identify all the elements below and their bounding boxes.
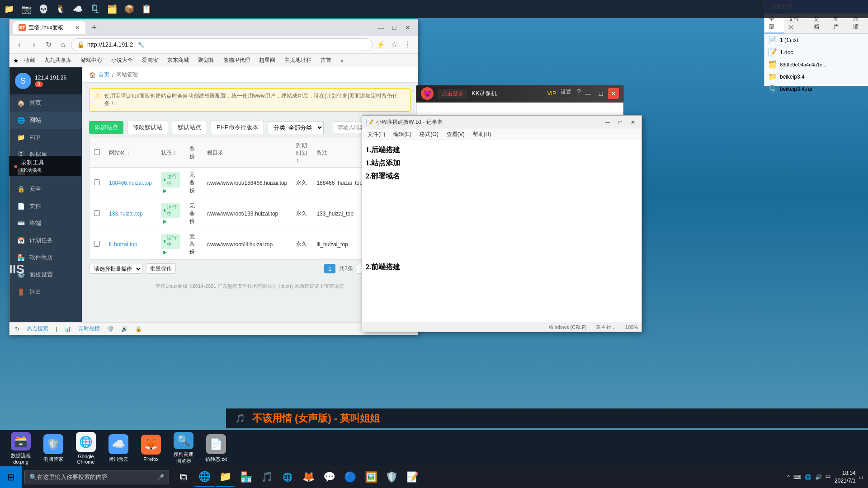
- status-hot-search[interactable]: 热点搜索: [27, 325, 48, 333]
- notepad-menu-format[interactable]: 格式(O): [416, 130, 442, 139]
- taskbar-app-explorer[interactable]: 📁: [215, 467, 235, 487]
- taskbar-app-store[interactable]: 🏪: [236, 467, 256, 487]
- notepad-menu-view[interactable]: 查看(V): [443, 130, 468, 139]
- taskbar-app-weixin[interactable]: 💬: [319, 467, 339, 487]
- top-app-zip[interactable]: 🗜️: [88, 2, 102, 16]
- taskbar-app-security2[interactable]: 🛡️: [382, 467, 401, 487]
- dock-app-sougou[interactable]: 🔍 搜狗高速浏览器: [167, 432, 200, 465]
- file-item-2[interactable]: 📝 1.doc: [764, 46, 868, 58]
- kk-close-btn[interactable]: ✕: [608, 88, 619, 99]
- sidebar-item-logout[interactable]: 🚪 退出: [9, 283, 82, 300]
- default-site-button[interactable]: 默认站点: [172, 121, 207, 134]
- browser-tab-active[interactable]: BT 宝塔Linux面板 ✕: [13, 21, 85, 34]
- taskbar-app-ie[interactable]: 🔵: [340, 467, 360, 487]
- bookmark-chaoxing[interactable]: 超星网: [255, 56, 279, 65]
- status-live-hot[interactable]: 实时热榜: [78, 325, 100, 333]
- bookmark-homepage[interactable]: 主页地址栏: [281, 56, 315, 65]
- taskbar-app-chrome2[interactable]: 🌐: [278, 467, 297, 487]
- top-app-photo[interactable]: 📷: [19, 2, 33, 16]
- browser-star-btn[interactable]: ☆: [388, 38, 401, 51]
- category-select[interactable]: 分类: 全部分类: [268, 121, 324, 134]
- taskbar-app-edge[interactable]: 🌐: [194, 467, 214, 487]
- dock-app-chrome[interactable]: 🌐 GoogleChrome: [70, 432, 102, 465]
- kk-login-btn[interactable]: 点击登录: [438, 89, 467, 99]
- new-tab-button[interactable]: +: [92, 23, 97, 33]
- browser-minimize-btn[interactable]: —: [374, 21, 387, 34]
- browser-close-btn[interactable]: ✕: [401, 21, 414, 34]
- bookmark-jishou[interactable]: 吉首: [317, 56, 335, 65]
- taskbar-search[interactable]: 🔍 在这里输入你要搜索的内容 🎤: [24, 470, 169, 484]
- file-item-1[interactable]: 📄 1 (1).txt: [764, 34, 868, 46]
- top-app-skull[interactable]: 💀: [36, 2, 51, 16]
- modify-default-button[interactable]: 修改默认站: [127, 121, 168, 134]
- browser-forward-btn[interactable]: ›: [28, 38, 40, 51]
- batch-execute-btn[interactable]: 批量操作: [146, 263, 176, 274]
- top-app-files[interactable]: 🗂️: [105, 2, 119, 16]
- sidebar-item-security[interactable]: 🔒 安全: [9, 180, 82, 197]
- browser-home-btn[interactable]: ⌂: [57, 38, 69, 51]
- top-app-folder[interactable]: 📁: [2, 2, 16, 16]
- dock-app-jingji[interactable]: 📄 仿静态.txt: [200, 432, 232, 465]
- tray-expand-icon[interactable]: ^: [787, 474, 790, 480]
- file-item-4[interactable]: 📁 beikeip3.4: [764, 70, 868, 83]
- top-app-cloud[interactable]: ☁️: [71, 2, 85, 16]
- kk-settings-label[interactable]: 设置: [561, 88, 571, 99]
- taskbar-app-spotify[interactable]: 🎵: [257, 467, 277, 487]
- batch-select[interactable]: 请选择批量操作: [89, 264, 142, 274]
- kk-maximize-btn[interactable]: □: [595, 88, 606, 99]
- dock-app-pcmanager[interactable]: 🛡️ 电脑管家: [37, 432, 70, 465]
- notepad-menu-help[interactable]: 帮助(H): [469, 130, 495, 139]
- browser-back-btn[interactable]: ‹: [13, 38, 26, 51]
- dock-app-datapng[interactable]: 🗃️ 数据流程do.png: [5, 432, 37, 465]
- bookmark-juhua[interactable]: 聚划算: [194, 56, 218, 65]
- browser-address-bar[interactable]: 🔒 http://121.4.191.2 🔧: [71, 38, 373, 51]
- top-app-zip2[interactable]: 📋: [139, 2, 154, 16]
- sidebar-item-terminal[interactable]: ⌨️ 终端: [9, 215, 82, 232]
- row2-play-btn[interactable]: ▶: [163, 218, 167, 225]
- bookmark-games[interactable]: 游戏中心: [77, 56, 106, 65]
- file-item-5[interactable]: 🗜️ beikeip3.4.rar: [764, 83, 868, 95]
- bookmark-novels[interactable]: 小说大全: [108, 56, 137, 65]
- add-site-button[interactable]: 添加站点: [89, 121, 123, 134]
- file-item-3[interactable]: 🗂️ 830fe9e04a4c4a1e...: [764, 58, 868, 70]
- row1-play-btn[interactable]: ▶: [163, 188, 167, 194]
- row3-play-btn[interactable]: ▶: [163, 249, 167, 255]
- browser-refresh-btn[interactable]: ↻: [42, 38, 55, 51]
- bookmark-jd[interactable]: 京东商城: [164, 56, 193, 65]
- breadcrumb-home-link[interactable]: 首页: [99, 71, 109, 79]
- php-command-button[interactable]: PHP命令行版本: [211, 121, 264, 134]
- notepad-maximize-btn[interactable]: □: [615, 117, 625, 127]
- kk-minimize-btn[interactable]: —: [583, 88, 594, 99]
- taskbar-app-photos[interactable]: 🖼️: [361, 467, 381, 487]
- kk-help-btn[interactable]: ?: [577, 88, 581, 99]
- browser-extensions-btn[interactable]: ⚡: [374, 38, 387, 51]
- sidebar-item-home[interactable]: 🏠 首页: [9, 94, 82, 112]
- sidebar-item-files[interactable]: 📄 文件: [9, 197, 82, 215]
- page-1-btn[interactable]: 1: [324, 264, 335, 273]
- taskbar-app-word[interactable]: 📝: [402, 467, 422, 487]
- select-all-checkbox[interactable]: [94, 149, 100, 155]
- top-app-penguin[interactable]: 🐧: [53, 2, 68, 16]
- taskbar-app-firefox2[interactable]: 🦊: [298, 467, 318, 487]
- notepad-menu-file[interactable]: 文件(F): [364, 130, 389, 139]
- bookmark-proxy[interactable]: 熊猫IP代理: [220, 56, 254, 65]
- browser-maximize-btn[interactable]: □: [388, 21, 401, 34]
- start-button[interactable]: ⊞: [0, 466, 22, 488]
- notepad-content[interactable]: 1.后端搭建 1.站点添加 2.部署域名 2.前端搭建: [362, 140, 642, 322]
- browser-more-btn[interactable]: ⋮: [401, 38, 414, 51]
- notepad-close-btn[interactable]: ✕: [628, 117, 638, 127]
- sidebar-item-cron[interactable]: 📅 计划任务: [9, 232, 82, 249]
- tray-notification-icon[interactable]: □: [859, 474, 863, 480]
- bookmark-taobao[interactable]: 爱淘宝: [138, 56, 162, 65]
- browser-tab-close[interactable]: ✕: [75, 24, 80, 31]
- sidebar-item-ftp[interactable]: 📁 FTP: [9, 129, 82, 146]
- dock-app-firefox[interactable]: 🦊 Firefox: [135, 432, 167, 465]
- bookmark-more[interactable]: »: [337, 56, 347, 65]
- notepad-minimize-btn[interactable]: —: [603, 117, 613, 127]
- dock-app-weiyun[interactable]: ☁️ 腾讯微云: [102, 432, 135, 465]
- sidebar-item-website[interactable]: 🌐 网站: [9, 112, 82, 129]
- tray-volume-icon[interactable]: 🔊: [815, 474, 822, 480]
- top-app-cloud2[interactable]: 📦: [122, 2, 137, 16]
- taskbar-app-taskview[interactable]: ⧉: [174, 467, 193, 487]
- tray-network-icon[interactable]: 🌐: [805, 474, 811, 480]
